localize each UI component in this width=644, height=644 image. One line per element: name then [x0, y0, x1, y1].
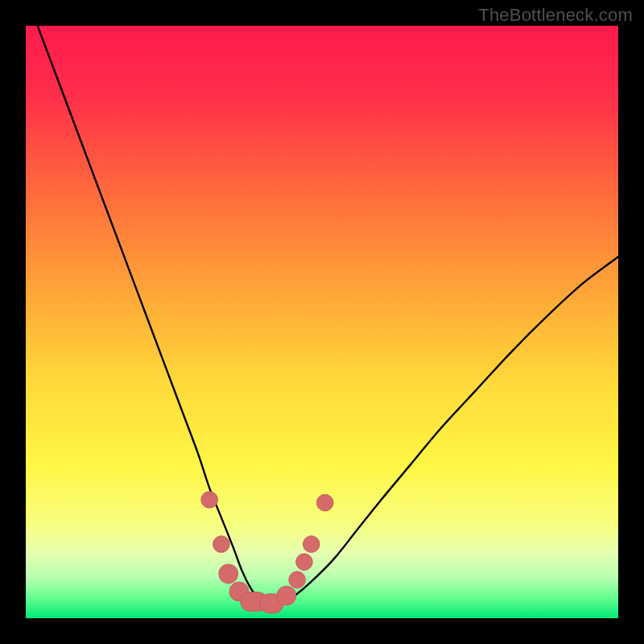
chart-plot [26, 26, 618, 618]
marker-dot [289, 572, 306, 588]
outer-frame: TheBottleneck.com [0, 0, 644, 644]
marker-dot [213, 536, 230, 553]
marker-pill [219, 564, 238, 584]
marker-dot [316, 494, 333, 511]
marker-dot [303, 536, 320, 553]
marker-dot [296, 554, 313, 571]
marker-pill [277, 586, 296, 605]
chart-svg [26, 26, 618, 618]
marker-dot [201, 491, 218, 508]
watermark-text: TheBottleneck.com [478, 5, 633, 26]
gradient-background [26, 26, 618, 618]
